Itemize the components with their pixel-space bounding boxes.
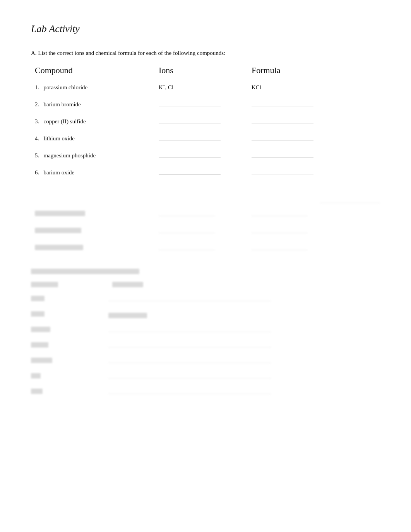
section-b-row-3 (31, 322, 380, 338)
blurred-row-9 (31, 240, 380, 257)
blurred-row-7 (31, 206, 380, 223)
ions-blank-4[interactable] (159, 134, 221, 140)
table-row: 5. magnesium phosphide (31, 147, 380, 164)
blurred-row-8 (31, 223, 380, 240)
section-b-row-4 (31, 338, 380, 353)
formula-blank-3[interactable] (252, 117, 313, 123)
ions-blank-2[interactable] (159, 100, 221, 106)
cell-compound: 2. barium bromide (35, 101, 159, 108)
table-row: 1. potassium chloride K+, Cl- KCl (31, 79, 380, 96)
table-row: 3. copper (II) sulfide (31, 113, 380, 130)
formula-blank-6[interactable] (252, 168, 313, 174)
cell-formula (252, 100, 344, 108)
table-row: 2. barium bromide (31, 96, 380, 113)
section-b-row-2 (31, 307, 380, 322)
formula-blank-5[interactable] (252, 151, 313, 157)
section-a-label: A. List the correct ions and chemical fo… (31, 49, 380, 58)
section-b-row-7 (31, 384, 380, 399)
cell-compound: 1. potassium chloride (35, 84, 159, 91)
page-title: Lab Activity (31, 23, 380, 35)
cell-formula (252, 117, 344, 125)
cell-ions (159, 100, 252, 108)
table-header: Compound Ions Formula (31, 65, 380, 75)
header-ions: Ions (159, 65, 252, 75)
section-b-row-1 (31, 291, 380, 307)
ions-blank-3[interactable] (159, 117, 221, 123)
header-compound: Compound (35, 65, 159, 75)
section-b-header (31, 282, 380, 289)
cell-compound: 5. magnesium phosphide (35, 152, 159, 159)
cell-formula: KCl (252, 84, 344, 91)
header-formula: Formula (252, 65, 344, 75)
blurred-section (31, 197, 380, 399)
cell-ions: K+, Cl- (159, 84, 252, 91)
cell-compound: 6. barium oxide (35, 169, 159, 176)
cell-ions (159, 117, 252, 125)
ions-blank-5[interactable] (159, 151, 221, 157)
table-row: 4. lithium oxide (31, 130, 380, 147)
cell-formula (252, 134, 344, 142)
table-row: 6. barium oxide (31, 164, 380, 181)
cell-ions (159, 168, 252, 176)
formula-blank-2[interactable] (252, 100, 313, 106)
cell-formula (252, 168, 344, 176)
ions-blank-6[interactable] (159, 168, 221, 174)
formula-blank-4[interactable] (252, 134, 313, 140)
cell-compound: 3. copper (II) sulfide (35, 118, 159, 125)
section-b-row-5 (31, 353, 380, 368)
cell-compound: 4. lithium oxide (35, 135, 159, 142)
cell-ions (159, 134, 252, 142)
cell-ions (159, 151, 252, 159)
section-b-row-6 (31, 368, 380, 384)
cell-formula (252, 151, 344, 159)
section-b-label (31, 269, 380, 276)
